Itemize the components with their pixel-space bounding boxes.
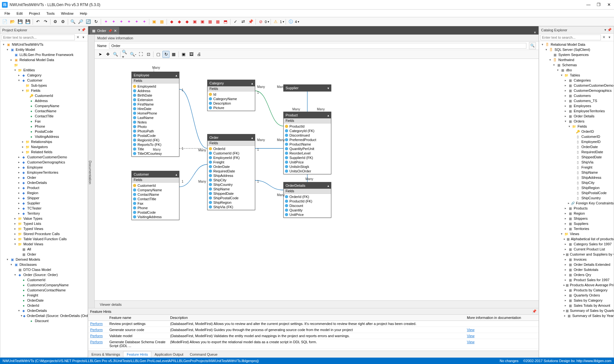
model-views[interactable]: ▾📁Model Views — [0, 241, 88, 247]
minimize-button[interactable]: — — [585, 2, 592, 7]
menu-project[interactable]: Project — [26, 11, 43, 16]
derived-models[interactable]: ▾▣Derived Models — [0, 257, 88, 262]
table-products[interactable]: ▸▦Products — [539, 206, 614, 211]
dto-field[interactable]: ●Freight — [0, 293, 88, 298]
bottom-tab-errorswarnings[interactable]: Errors & Warnings — [88, 352, 123, 357]
table-region[interactable]: ▸▦Region — [539, 211, 614, 216]
tab-order[interactable]: ▦ Order 📌 ✕ — [90, 27, 119, 35]
dtoclasses[interactable]: ▾▣Dtoclasses — [0, 262, 88, 267]
entity-box-order[interactable]: Order▴FieldsOrderIdCustomerId (FK)Employ… — [207, 134, 255, 210]
bottom-tab-applicationoutput[interactable]: Application Output — [151, 352, 186, 357]
collapse-icon[interactable]: ▴ — [251, 82, 253, 85]
red4-icon[interactable]: ▣ — [191, 18, 198, 25]
collapse-icon[interactable]: ▴ — [327, 184, 329, 187]
folder-related fields[interactable]: ▸📁Related fields — [0, 149, 88, 154]
blank-folder[interactable]: 📁 — [0, 62, 88, 67]
entities-folder[interactable]: ▾📁Entities — [0, 67, 88, 73]
folder-navigators[interactable]: ▸📁Navigators — [0, 144, 88, 149]
undo-icon[interactable]: ↶ — [34, 18, 41, 25]
grid-icon[interactable]: ▦ — [158, 18, 165, 25]
catalog-tree[interactable]: ▾🗄Relational Model Data▾🗄SQL Server (Sql… — [539, 41, 614, 357]
find-icon[interactable]: 🔎 — [77, 18, 84, 25]
view-item[interactable]: ▸▦Product Sales for 1997 — [539, 277, 614, 282]
bottom-tab-commandqueue[interactable]: Command Queue — [186, 352, 221, 357]
pointer-icon[interactable]: ➤ — [97, 51, 104, 58]
view-item[interactable]: ▸▦Order Subtotals — [539, 267, 614, 272]
dto-discount[interactable]: ●Discount — [0, 318, 88, 323]
red5-icon[interactable]: ▣ — [199, 18, 206, 25]
col-orderdate[interactable]: ▯OrderDate — [539, 144, 614, 149]
group-typed-lists[interactable]: ▸📁Typed Lists — [0, 221, 88, 226]
bottom-tab-featurehints[interactable]: Feature Hints — [123, 351, 151, 357]
pin-icon[interactable]: ▾ 📌 — [78, 28, 86, 32]
group-typed-views[interactable]: ▸📁Typed Views — [0, 226, 88, 231]
new-icon[interactable]: 📄 — [1, 18, 8, 25]
diagram-canvas[interactable]: Employee▴FieldsEmployeeIdAddressBirthDat… — [95, 59, 539, 300]
catalog-search-input[interactable] — [540, 35, 601, 40]
sub-types[interactable]: 📁Sub-types — [0, 83, 88, 88]
dto-field[interactable]: ●CustomersCompanyName — [0, 282, 88, 288]
view-item[interactable]: ▸▦Summary of Sales by Quarter — [539, 308, 614, 313]
project-tree[interactable]: ▾▣NWUnitTestWithVTs▾▣Entity Model▣LLBLGe… — [0, 41, 88, 357]
snap-icon[interactable]: ▢ — [155, 51, 162, 58]
redo-icon[interactable]: ↷ — [42, 18, 49, 25]
col-shipaddress[interactable]: ▯ShipAddress — [539, 175, 614, 180]
print-icon[interactable]: 🖨 — [195, 51, 202, 58]
view-item[interactable]: ▸▦Invoices — [539, 257, 614, 262]
field-contactname[interactable]: ●ContactName — [0, 108, 88, 114]
field-companyname[interactable]: ●CompanyName — [0, 103, 88, 108]
red6-icon[interactable]: ▦ — [207, 18, 214, 25]
orders-fields[interactable]: ▾📁Fields — [539, 124, 614, 129]
folder-relationships[interactable]: ▸📁Relationships — [0, 139, 88, 144]
zoom100-icon[interactable]: ⊡ — [145, 51, 152, 58]
view-item[interactable]: ▸▦Quarterly Orders — [539, 293, 614, 298]
red8-icon[interactable]: ⬒ — [222, 18, 229, 25]
search-dropdown-icon[interactable]: ▾ — [81, 35, 86, 39]
entity-product[interactable]: ▸◆Product — [0, 185, 88, 190]
tabs-dropdown-icon[interactable]: ▾ — [531, 30, 539, 35]
perform-link[interactable]: Perform — [90, 322, 103, 326]
view-link[interactable]: View — [467, 328, 475, 332]
table-customers[interactable]: ▸▦Customers — [539, 93, 614, 98]
saveas-icon[interactable]: 💾 — [24, 18, 31, 25]
entity-employeeterritories[interactable]: ▸◆EmployeeTerritories — [0, 170, 88, 175]
dto-class-model[interactable]: ▦DTO Class Model — [0, 267, 88, 272]
view-item[interactable]: ▸▦Orders Qry — [539, 272, 614, 277]
entity-box-product[interactable]: Product▴FieldsProductIdCategoryId (FK)Di… — [283, 112, 331, 174]
schemas[interactable]: ▾▦Schemas — [539, 62, 614, 67]
open-icon[interactable]: 📂 — [9, 18, 16, 25]
field-postalcode[interactable]: ●PostalCode — [0, 129, 88, 134]
save-icon[interactable]: 💾 — [17, 18, 24, 25]
entity-customerdemographics[interactable]: ▸◆CustomerDemographics — [0, 160, 88, 165]
wand4-icon[interactable]: ✦ — [125, 18, 132, 25]
entity-model[interactable]: ▾▣Entity Model — [0, 47, 88, 52]
server[interactable]: ▾🗄SQL Server (SqlClient) — [539, 47, 614, 52]
check-icon[interactable]: ✓ — [232, 18, 239, 25]
table-orders[interactable]: ▾▦Orders — [539, 119, 614, 124]
pin-icon[interactable]: 📌 — [532, 309, 537, 313]
group-stored-procedure-calls[interactable]: ▸📁Stored Procedure Calls — [0, 231, 88, 236]
clear-search-icon[interactable]: ✕ — [601, 35, 607, 39]
pin-icon[interactable]: 📌 — [247, 18, 254, 25]
collapse-icon[interactable]: ▴ — [176, 173, 177, 176]
dto-field[interactable]: ●OrderId — [0, 303, 88, 308]
sync-icon[interactable]: 🔄 — [85, 18, 92, 25]
layout-icon[interactable]: ▦ — [170, 51, 177, 58]
refresh-canvas-icon[interactable]: ↻ — [162, 51, 169, 58]
entity-territory[interactable]: ▸◆Territory — [0, 211, 88, 216]
col-shipname[interactable]: ▯ShipName — [539, 170, 614, 175]
view-item[interactable]: ▸▦Sales by Category — [539, 298, 614, 303]
project-root[interactable]: ▾▣NWUnitTestWithVTs — [0, 42, 88, 47]
entity-tctester[interactable]: ▸◆TCTester — [0, 206, 88, 211]
entity-customer[interactable]: ▾◆Customer — [0, 78, 88, 83]
entity-box-orderdetails[interactable]: OrderDetails▴FieldsOrderId (FK)ProductId… — [283, 182, 331, 218]
col-orderid[interactable]: 🔑OrderID — [539, 129, 614, 134]
view-link[interactable]: View — [467, 334, 475, 338]
red7-icon[interactable]: ▦ — [214, 18, 221, 25]
collapse-icon[interactable]: ▴ — [176, 74, 177, 77]
swap-icon[interactable]: ⇄ — [240, 18, 247, 25]
red2-icon[interactable]: ◆ — [176, 18, 183, 25]
view-item[interactable]: ▸▦Order Details Extended — [539, 262, 614, 267]
entity-box-supplier[interactable]: Supplier▾ — [283, 84, 331, 91]
entity-box-customer[interactable]: Customer▴FieldsCustomerIdCompanyNameCont… — [131, 171, 179, 220]
